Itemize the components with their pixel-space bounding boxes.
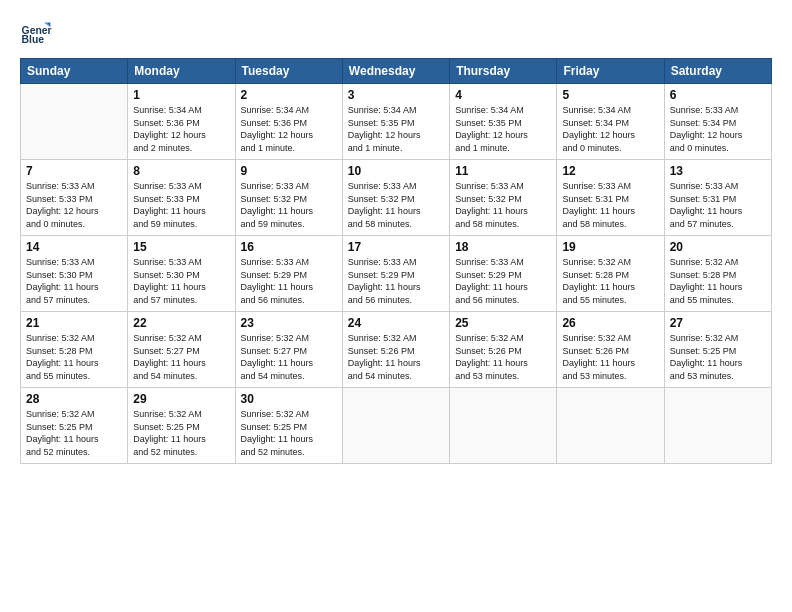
- calendar-cell: 2Sunrise: 5:34 AM Sunset: 5:36 PM Daylig…: [235, 84, 342, 160]
- calendar-cell: 28Sunrise: 5:32 AM Sunset: 5:25 PM Dayli…: [21, 388, 128, 464]
- calendar-cell: 17Sunrise: 5:33 AM Sunset: 5:29 PM Dayli…: [342, 236, 449, 312]
- calendar-cell: 26Sunrise: 5:32 AM Sunset: 5:26 PM Dayli…: [557, 312, 664, 388]
- header: General Blue: [20, 16, 772, 48]
- day-number: 24: [348, 316, 444, 330]
- logo-icon: General Blue: [20, 16, 52, 48]
- day-info: Sunrise: 5:33 AM Sunset: 5:32 PM Dayligh…: [455, 180, 551, 230]
- day-info: Sunrise: 5:33 AM Sunset: 5:29 PM Dayligh…: [455, 256, 551, 306]
- day-info: Sunrise: 5:33 AM Sunset: 5:30 PM Dayligh…: [133, 256, 229, 306]
- calendar-cell: 3Sunrise: 5:34 AM Sunset: 5:35 PM Daylig…: [342, 84, 449, 160]
- day-info: Sunrise: 5:33 AM Sunset: 5:32 PM Dayligh…: [348, 180, 444, 230]
- calendar-cell: 29Sunrise: 5:32 AM Sunset: 5:25 PM Dayli…: [128, 388, 235, 464]
- calendar-cell: [450, 388, 557, 464]
- svg-text:Blue: Blue: [22, 34, 45, 45]
- day-number: 11: [455, 164, 551, 178]
- weekday-header-thursday: Thursday: [450, 59, 557, 84]
- day-number: 30: [241, 392, 337, 406]
- day-number: 23: [241, 316, 337, 330]
- week-row-3: 14Sunrise: 5:33 AM Sunset: 5:30 PM Dayli…: [21, 236, 772, 312]
- weekday-header-sunday: Sunday: [21, 59, 128, 84]
- weekday-header-tuesday: Tuesday: [235, 59, 342, 84]
- calendar-table: SundayMondayTuesdayWednesdayThursdayFrid…: [20, 58, 772, 464]
- day-number: 28: [26, 392, 122, 406]
- day-number: 8: [133, 164, 229, 178]
- weekday-header-friday: Friday: [557, 59, 664, 84]
- calendar-cell: 6Sunrise: 5:33 AM Sunset: 5:34 PM Daylig…: [664, 84, 771, 160]
- day-number: 7: [26, 164, 122, 178]
- day-info: Sunrise: 5:34 AM Sunset: 5:36 PM Dayligh…: [241, 104, 337, 154]
- day-number: 4: [455, 88, 551, 102]
- day-number: 29: [133, 392, 229, 406]
- day-number: 13: [670, 164, 766, 178]
- day-number: 19: [562, 240, 658, 254]
- day-info: Sunrise: 5:32 AM Sunset: 5:28 PM Dayligh…: [26, 332, 122, 382]
- day-info: Sunrise: 5:32 AM Sunset: 5:25 PM Dayligh…: [670, 332, 766, 382]
- day-info: Sunrise: 5:32 AM Sunset: 5:28 PM Dayligh…: [670, 256, 766, 306]
- week-row-4: 21Sunrise: 5:32 AM Sunset: 5:28 PM Dayli…: [21, 312, 772, 388]
- calendar-cell: 16Sunrise: 5:33 AM Sunset: 5:29 PM Dayli…: [235, 236, 342, 312]
- calendar-cell: 20Sunrise: 5:32 AM Sunset: 5:28 PM Dayli…: [664, 236, 771, 312]
- day-info: Sunrise: 5:34 AM Sunset: 5:34 PM Dayligh…: [562, 104, 658, 154]
- weekday-header-row: SundayMondayTuesdayWednesdayThursdayFrid…: [21, 59, 772, 84]
- calendar-cell: 30Sunrise: 5:32 AM Sunset: 5:25 PM Dayli…: [235, 388, 342, 464]
- weekday-header-wednesday: Wednesday: [342, 59, 449, 84]
- day-number: 16: [241, 240, 337, 254]
- calendar-cell: [21, 84, 128, 160]
- calendar-cell: 5Sunrise: 5:34 AM Sunset: 5:34 PM Daylig…: [557, 84, 664, 160]
- calendar-cell: 10Sunrise: 5:33 AM Sunset: 5:32 PM Dayli…: [342, 160, 449, 236]
- calendar-cell: 11Sunrise: 5:33 AM Sunset: 5:32 PM Dayli…: [450, 160, 557, 236]
- day-info: Sunrise: 5:33 AM Sunset: 5:31 PM Dayligh…: [562, 180, 658, 230]
- day-info: Sunrise: 5:32 AM Sunset: 5:25 PM Dayligh…: [133, 408, 229, 458]
- day-info: Sunrise: 5:33 AM Sunset: 5:33 PM Dayligh…: [26, 180, 122, 230]
- calendar-cell: 27Sunrise: 5:32 AM Sunset: 5:25 PM Dayli…: [664, 312, 771, 388]
- day-info: Sunrise: 5:33 AM Sunset: 5:31 PM Dayligh…: [670, 180, 766, 230]
- day-info: Sunrise: 5:32 AM Sunset: 5:27 PM Dayligh…: [241, 332, 337, 382]
- day-number: 14: [26, 240, 122, 254]
- day-number: 9: [241, 164, 337, 178]
- day-info: Sunrise: 5:33 AM Sunset: 5:32 PM Dayligh…: [241, 180, 337, 230]
- day-info: Sunrise: 5:32 AM Sunset: 5:26 PM Dayligh…: [348, 332, 444, 382]
- day-info: Sunrise: 5:34 AM Sunset: 5:36 PM Dayligh…: [133, 104, 229, 154]
- calendar-cell: 22Sunrise: 5:32 AM Sunset: 5:27 PM Dayli…: [128, 312, 235, 388]
- day-number: 10: [348, 164, 444, 178]
- calendar-cell: 7Sunrise: 5:33 AM Sunset: 5:33 PM Daylig…: [21, 160, 128, 236]
- calendar-cell: 25Sunrise: 5:32 AM Sunset: 5:26 PM Dayli…: [450, 312, 557, 388]
- calendar-cell: 18Sunrise: 5:33 AM Sunset: 5:29 PM Dayli…: [450, 236, 557, 312]
- calendar-cell: 8Sunrise: 5:33 AM Sunset: 5:33 PM Daylig…: [128, 160, 235, 236]
- calendar-cell: [342, 388, 449, 464]
- calendar-cell: 24Sunrise: 5:32 AM Sunset: 5:26 PM Dayli…: [342, 312, 449, 388]
- day-info: Sunrise: 5:32 AM Sunset: 5:26 PM Dayligh…: [562, 332, 658, 382]
- week-row-2: 7Sunrise: 5:33 AM Sunset: 5:33 PM Daylig…: [21, 160, 772, 236]
- day-info: Sunrise: 5:34 AM Sunset: 5:35 PM Dayligh…: [455, 104, 551, 154]
- day-info: Sunrise: 5:32 AM Sunset: 5:28 PM Dayligh…: [562, 256, 658, 306]
- day-info: Sunrise: 5:32 AM Sunset: 5:26 PM Dayligh…: [455, 332, 551, 382]
- calendar-cell: 23Sunrise: 5:32 AM Sunset: 5:27 PM Dayli…: [235, 312, 342, 388]
- day-info: Sunrise: 5:33 AM Sunset: 5:33 PM Dayligh…: [133, 180, 229, 230]
- day-info: Sunrise: 5:34 AM Sunset: 5:35 PM Dayligh…: [348, 104, 444, 154]
- day-number: 25: [455, 316, 551, 330]
- day-info: Sunrise: 5:33 AM Sunset: 5:30 PM Dayligh…: [26, 256, 122, 306]
- day-info: Sunrise: 5:32 AM Sunset: 5:25 PM Dayligh…: [26, 408, 122, 458]
- calendar-cell: 9Sunrise: 5:33 AM Sunset: 5:32 PM Daylig…: [235, 160, 342, 236]
- calendar-cell: [664, 388, 771, 464]
- day-number: 5: [562, 88, 658, 102]
- day-info: Sunrise: 5:32 AM Sunset: 5:27 PM Dayligh…: [133, 332, 229, 382]
- weekday-header-monday: Monday: [128, 59, 235, 84]
- week-row-1: 1Sunrise: 5:34 AM Sunset: 5:36 PM Daylig…: [21, 84, 772, 160]
- calendar-cell: 15Sunrise: 5:33 AM Sunset: 5:30 PM Dayli…: [128, 236, 235, 312]
- day-number: 6: [670, 88, 766, 102]
- calendar-cell: 13Sunrise: 5:33 AM Sunset: 5:31 PM Dayli…: [664, 160, 771, 236]
- calendar-cell: 12Sunrise: 5:33 AM Sunset: 5:31 PM Dayli…: [557, 160, 664, 236]
- calendar-cell: 14Sunrise: 5:33 AM Sunset: 5:30 PM Dayli…: [21, 236, 128, 312]
- calendar-cell: 4Sunrise: 5:34 AM Sunset: 5:35 PM Daylig…: [450, 84, 557, 160]
- week-row-5: 28Sunrise: 5:32 AM Sunset: 5:25 PM Dayli…: [21, 388, 772, 464]
- day-number: 26: [562, 316, 658, 330]
- calendar-cell: 19Sunrise: 5:32 AM Sunset: 5:28 PM Dayli…: [557, 236, 664, 312]
- day-number: 12: [562, 164, 658, 178]
- day-number: 15: [133, 240, 229, 254]
- logo: General Blue: [20, 16, 56, 48]
- day-number: 27: [670, 316, 766, 330]
- day-info: Sunrise: 5:32 AM Sunset: 5:25 PM Dayligh…: [241, 408, 337, 458]
- day-number: 18: [455, 240, 551, 254]
- day-number: 1: [133, 88, 229, 102]
